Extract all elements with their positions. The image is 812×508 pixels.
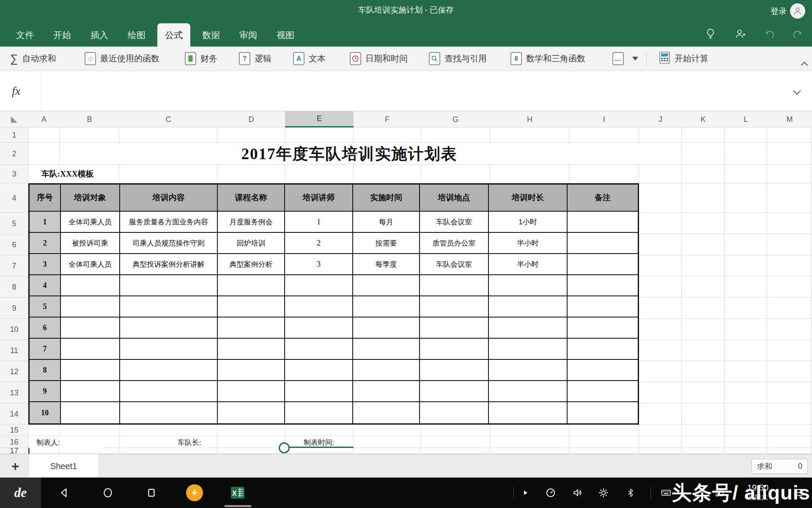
table-cell[interactable]: 1 — [30, 212, 61, 233]
table-cell[interactable]: 服务质量各方面业务内容 — [120, 212, 218, 233]
menu-button[interactable] — [794, 489, 803, 498]
table-cell[interactable] — [120, 318, 218, 339]
login-button[interactable]: 登录 — [771, 6, 787, 17]
table-cell[interactable] — [568, 402, 638, 423]
table-cell[interactable] — [285, 360, 353, 381]
ribbon-item-star[interactable]: ☆最近使用的函数 — [85, 47, 159, 71]
table-cell[interactable] — [489, 339, 568, 360]
table-cell[interactable]: 每月 — [353, 212, 420, 233]
share-button[interactable] — [735, 28, 746, 40]
table-cell[interactable] — [568, 339, 638, 360]
brightness-button[interactable] — [594, 478, 613, 508]
table-cell[interactable]: 司乘人员规范操作守则 — [120, 233, 218, 254]
table-cell[interactable]: 典型案例分析 — [218, 254, 285, 275]
table-cell[interactable] — [420, 275, 489, 296]
table-cell[interactable] — [120, 360, 218, 381]
table-cell[interactable] — [285, 275, 353, 296]
tell-me-button[interactable] — [705, 28, 716, 40]
table-cell[interactable] — [61, 275, 120, 296]
table-cell[interactable] — [285, 339, 353, 360]
table-cell[interactable] — [489, 275, 568, 296]
undo-button[interactable] — [764, 28, 776, 40]
sheet-subtitle-cell[interactable]: 车队:XXX模板 — [29, 166, 118, 182]
table-cell[interactable] — [285, 318, 353, 339]
table-header-cell[interactable]: 培训时长 — [489, 185, 568, 212]
table-cell[interactable] — [353, 296, 420, 318]
avatar[interactable] — [790, 3, 805, 19]
calculate-now-button[interactable]: 开始计算 — [659, 47, 708, 71]
expand-tray-button[interactable] — [519, 478, 531, 508]
table-cell[interactable] — [353, 275, 420, 296]
table-cell[interactable] — [568, 381, 638, 402]
tab-插入[interactable]: 插入 — [83, 23, 116, 47]
table-cell[interactable] — [568, 318, 638, 339]
ribbon-item-text-a[interactable]: A文本 — [293, 47, 326, 71]
table-cell[interactable] — [120, 275, 218, 296]
recents-button[interactable] — [141, 478, 162, 508]
table-cell[interactable] — [218, 402, 285, 423]
table-cell[interactable]: 被投诉司乘 — [61, 233, 120, 254]
table-cell[interactable] — [568, 296, 638, 318]
taskbar-clock[interactable]: 19:50 星期六 — [741, 483, 775, 502]
ribbon-item-sigma[interactable]: ∑自动求和 — [10, 47, 56, 71]
table-cell[interactable] — [218, 296, 285, 318]
sheet-title-cell[interactable]: 2017年度车队培训实施计划表 — [60, 144, 639, 164]
table-cell[interactable] — [285, 402, 353, 423]
table-cell[interactable] — [120, 339, 218, 360]
table-cell[interactable] — [489, 360, 568, 381]
table-cell[interactable] — [61, 360, 120, 381]
table-cell[interactable] — [353, 360, 420, 381]
table-cell[interactable] — [218, 318, 285, 339]
table-cell[interactable]: 典型投诉案例分析讲解 — [120, 254, 218, 275]
collapse-ribbon-button[interactable] — [801, 62, 808, 69]
table-cell[interactable] — [218, 275, 285, 296]
table-cell[interactable] — [420, 360, 489, 381]
expand-formula-bar-button[interactable] — [793, 87, 801, 94]
keyboard-button[interactable] — [656, 478, 676, 508]
table-cell[interactable] — [61, 381, 120, 402]
table-cell[interactable] — [353, 339, 420, 360]
table-cell[interactable]: 2 — [30, 233, 61, 254]
more-functions-button[interactable]: … — [612, 47, 638, 71]
table-cell[interactable]: 回炉培训 — [218, 233, 285, 254]
sheet-tab-sheet1[interactable]: Sheet1 — [29, 454, 98, 478]
table-cell[interactable]: 全体司乘人员 — [61, 254, 120, 275]
table-cell[interactable] — [568, 254, 638, 275]
table-cell[interactable] — [353, 318, 420, 339]
formula-input[interactable] — [41, 71, 782, 111]
table-cell[interactable] — [489, 402, 568, 423]
footer-maker-label[interactable]: 制表人: — [30, 437, 102, 448]
table-cell[interactable]: 半小时 — [489, 233, 568, 254]
table-cell[interactable] — [218, 381, 285, 402]
table-cell[interactable] — [353, 402, 420, 423]
back-button[interactable] — [54, 478, 74, 508]
ribbon-item-question[interactable]: ?逻辑 — [239, 47, 272, 71]
table-cell[interactable] — [353, 381, 420, 402]
table-cell[interactable]: 4 — [30, 275, 61, 296]
tab-数据[interactable]: 数据 — [195, 23, 228, 47]
table-cell[interactable] — [61, 402, 120, 423]
table-cell[interactable] — [420, 296, 489, 318]
home-button[interactable] — [98, 478, 118, 508]
redo-button[interactable] — [792, 28, 804, 40]
performance-button[interactable] — [541, 478, 560, 508]
tab-视图[interactable]: 视图 — [269, 23, 302, 47]
table-cell[interactable]: 3 — [285, 254, 353, 275]
bluetooth-button[interactable] — [621, 478, 640, 508]
table-cell[interactable] — [568, 212, 638, 233]
windows-button[interactable] — [710, 478, 729, 508]
table-cell[interactable] — [120, 296, 218, 318]
table-cell[interactable] — [489, 381, 568, 402]
table-cell[interactable] — [568, 233, 638, 254]
table-header-cell[interactable]: 课程名称 — [218, 185, 285, 212]
table-cell[interactable] — [420, 339, 489, 360]
table-cell[interactable]: 10 — [30, 402, 61, 423]
volume-button[interactable] — [568, 478, 587, 508]
table-cell[interactable]: 半小时 — [489, 254, 568, 275]
footer-captain-label[interactable]: 车队长: — [178, 437, 201, 448]
table-cell[interactable] — [489, 318, 568, 339]
table-header-cell[interactable]: 备注 — [568, 185, 638, 212]
table-cell[interactable]: 9 — [30, 381, 61, 402]
table-cell[interactable] — [420, 381, 489, 402]
add-sheet-button[interactable]: + — [7, 454, 24, 478]
